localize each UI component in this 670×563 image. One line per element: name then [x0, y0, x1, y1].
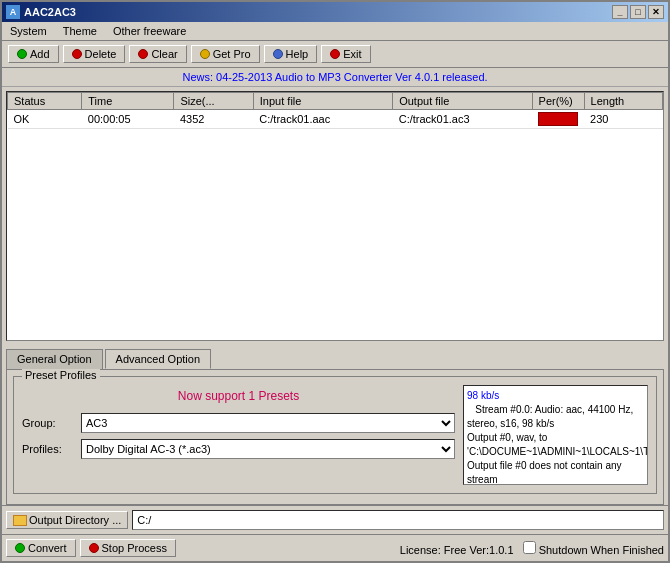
news-text: News: 04-25-2013 Audio to MP3 Converter … — [182, 71, 487, 83]
license-area: License: Free Ver:1.0.1 Shutdown When Fi… — [180, 541, 664, 556]
convert-icon — [15, 543, 25, 553]
stop-button[interactable]: Stop Process — [80, 539, 176, 557]
col-output: Output file — [393, 93, 532, 110]
info-line-1: Stream #0.0: Audio: aac, 44100 Hz, stere… — [467, 404, 633, 429]
col-size: Size(... — [174, 93, 253, 110]
maximize-button[interactable]: □ — [630, 5, 646, 19]
license-text: License: Free Ver:1.0.1 — [400, 544, 514, 556]
stop-label: Stop Process — [102, 542, 167, 554]
cell-output: C:/track01.ac3 — [393, 110, 532, 129]
info-line-3: Output file #0 does not contain any stre… — [467, 460, 622, 485]
convert-label: Convert — [28, 542, 67, 554]
getpro-button[interactable]: Get Pro — [191, 45, 260, 63]
convert-button[interactable]: Convert — [6, 539, 76, 557]
col-length: Length — [584, 93, 662, 110]
info-line-2: Output #0, wav, to 'C:\DOCUME~1\ADMINI~1… — [467, 432, 648, 457]
toolbar: Add Delete Clear Get Pro Help Exit — [2, 41, 668, 68]
window-title: AAC2AC3 — [24, 6, 76, 18]
shutdown-checkbox[interactable] — [523, 541, 536, 554]
cell-size: 4352 — [174, 110, 253, 129]
bottom-bar: Convert Stop Process License: Free Ver:1… — [2, 534, 668, 561]
shutdown-label: Shutdown When Finished — [539, 544, 664, 556]
tab-content: Preset Profiles Now support 1 Presets Gr… — [6, 369, 664, 505]
cell-per — [532, 110, 584, 129]
col-time: Time — [82, 93, 174, 110]
delete-button[interactable]: Delete — [63, 45, 126, 63]
help-icon — [273, 49, 283, 59]
col-input: Input file — [253, 93, 392, 110]
menu-theme[interactable]: Theme — [59, 24, 101, 38]
menu-other-freeware[interactable]: Other freeware — [109, 24, 190, 38]
output-directory-label: Output Directory ... — [29, 514, 121, 526]
cell-status: OK — [8, 110, 82, 129]
help-button[interactable]: Help — [264, 45, 318, 63]
title-bar-left: A AAC2AC3 — [6, 5, 76, 19]
profiles-row: Profiles: Dolby Digital AC-3 (*.ac3) — [22, 439, 455, 459]
exit-button[interactable]: Exit — [321, 45, 370, 63]
news-bar: News: 04-25-2013 Audio to MP3 Converter … — [2, 68, 668, 87]
group-row: Group: AC3 — [22, 413, 455, 433]
menu-system[interactable]: System — [6, 24, 51, 38]
preset-profiles-label: Preset Profiles — [22, 369, 100, 381]
preset-left: Now support 1 Presets Group: AC3 Profile… — [22, 385, 455, 485]
group-select[interactable]: AC3 — [81, 413, 455, 433]
col-per: Per(%) — [532, 93, 584, 110]
profiles-label: Profiles: — [22, 443, 77, 455]
cell-input: C:/track01.aac — [253, 110, 392, 129]
file-table-container[interactable]: Status Time Size(... Input file Output f… — [6, 91, 664, 341]
file-table: Status Time Size(... Input file Output f… — [7, 92, 663, 129]
menu-bar: System Theme Other freeware — [2, 22, 668, 41]
cell-length: 230 — [584, 110, 662, 129]
clear-icon — [138, 49, 148, 59]
title-bar: A AAC2AC3 _ □ ✕ — [2, 2, 668, 22]
output-path-input[interactable] — [132, 510, 664, 530]
app-icon: A — [6, 5, 20, 19]
getpro-icon — [200, 49, 210, 59]
clear-button[interactable]: Clear — [129, 45, 186, 63]
tabs-area: General Option Advanced Option Preset Pr… — [2, 345, 668, 505]
stop-icon — [89, 543, 99, 553]
delete-icon — [72, 49, 82, 59]
add-button[interactable]: Add — [8, 45, 59, 63]
close-button[interactable]: ✕ — [648, 5, 664, 19]
col-status: Status — [8, 93, 82, 110]
tab-general[interactable]: General Option — [6, 349, 103, 369]
now-support-text: Now support 1 Presets — [22, 389, 455, 403]
progress-bar — [538, 112, 578, 126]
tabs-row: General Option Advanced Option — [6, 349, 664, 369]
output-directory-button[interactable]: Output Directory ... — [6, 511, 128, 529]
profiles-select[interactable]: Dolby Digital AC-3 (*.ac3) — [81, 439, 455, 459]
title-bar-buttons: _ □ ✕ — [612, 5, 664, 19]
info-text: 98 kb/s Stream #0.0: Audio: aac, 44100 H… — [467, 389, 644, 485]
cell-time: 00:00:05 — [82, 110, 174, 129]
info-line-0: 98 kb/s — [467, 390, 499, 401]
exit-icon — [330, 49, 340, 59]
info-panel: 98 kb/s Stream #0.0: Audio: aac, 44100 H… — [463, 385, 648, 485]
group-label: Group: — [22, 417, 77, 429]
tab-advanced[interactable]: Advanced Option — [105, 349, 211, 369]
minimize-button[interactable]: _ — [612, 5, 628, 19]
add-icon — [17, 49, 27, 59]
table-row[interactable]: OK 00:00:05 4352 C:/track01.aac C:/track… — [8, 110, 663, 129]
preset-profiles-group: Preset Profiles Now support 1 Presets Gr… — [13, 376, 657, 494]
output-row: Output Directory ... — [2, 505, 668, 534]
folder-icon — [13, 515, 27, 526]
main-window: A AAC2AC3 _ □ ✕ System Theme Other freew… — [0, 0, 670, 563]
preset-inner: Now support 1 Presets Group: AC3 Profile… — [22, 385, 648, 485]
